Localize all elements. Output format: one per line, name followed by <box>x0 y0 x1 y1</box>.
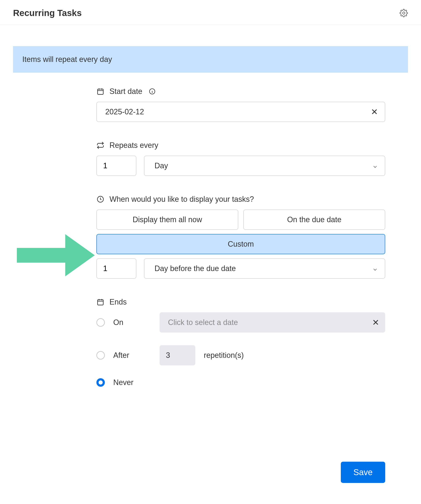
display-label: When would you like to display your task… <box>109 195 254 204</box>
display-option-all-now[interactable]: Display them all now <box>96 210 238 230</box>
settings-gear-icon[interactable] <box>399 9 408 17</box>
start-date-input[interactable] <box>96 102 385 122</box>
chevron-down-icon <box>372 163 378 169</box>
svg-rect-5 <box>98 300 103 305</box>
ends-never-label: Never <box>113 378 151 387</box>
annotation-arrow-icon <box>17 232 95 278</box>
custom-unit-value: Day before the due date <box>154 264 236 273</box>
ends-never-radio[interactable] <box>96 378 105 387</box>
ends-on-placeholder: Click to select a date <box>168 318 238 327</box>
repeats-label: Repeats every <box>109 141 158 150</box>
ends-on-date-input[interactable]: Click to select a date ✕ <box>160 312 385 333</box>
clear-end-date-icon[interactable]: ✕ <box>372 318 379 327</box>
clock-icon <box>96 195 104 203</box>
summary-banner: Items will repeat every day <box>13 46 408 73</box>
svg-rect-2 <box>98 89 103 94</box>
page-title: Recurring Tasks <box>13 8 82 18</box>
ends-after-count-input[interactable] <box>160 345 195 366</box>
display-option-due-date[interactable]: On the due date <box>243 210 385 230</box>
custom-count-input[interactable] <box>96 258 136 279</box>
repeat-count-input[interactable] <box>96 156 136 176</box>
calendar-icon <box>96 298 104 306</box>
ends-after-label: After <box>113 351 151 360</box>
svg-marker-1 <box>17 234 95 276</box>
ends-label: Ends <box>109 298 127 306</box>
display-option-custom[interactable]: Custom <box>96 234 385 254</box>
info-icon[interactable] <box>149 88 156 95</box>
ends-after-radio[interactable] <box>96 351 105 360</box>
chevron-down-icon <box>372 266 378 271</box>
repeat-icon <box>96 141 104 149</box>
ends-on-radio[interactable] <box>96 318 105 327</box>
start-date-section: Start date ✕ <box>96 87 385 122</box>
repeat-unit-select[interactable]: Day <box>144 156 385 176</box>
repeat-unit-value: Day <box>154 161 168 170</box>
ends-on-label: On <box>113 318 151 327</box>
header: Recurring Tasks <box>0 0 421 25</box>
calendar-icon <box>96 87 104 96</box>
ends-after-suffix: repetition(s) <box>204 351 244 360</box>
clear-start-date-button[interactable]: ✕ <box>370 108 379 116</box>
custom-unit-select[interactable]: Day before the due date <box>144 258 385 279</box>
display-section: When would you like to display your task… <box>96 195 385 279</box>
save-button[interactable]: Save <box>341 462 385 483</box>
start-date-label: Start date <box>109 87 142 96</box>
ends-section: Ends On Click to select a date ✕ After r… <box>96 298 385 387</box>
repeats-section: Repeats every Day <box>96 141 385 176</box>
svg-point-0 <box>403 12 405 14</box>
